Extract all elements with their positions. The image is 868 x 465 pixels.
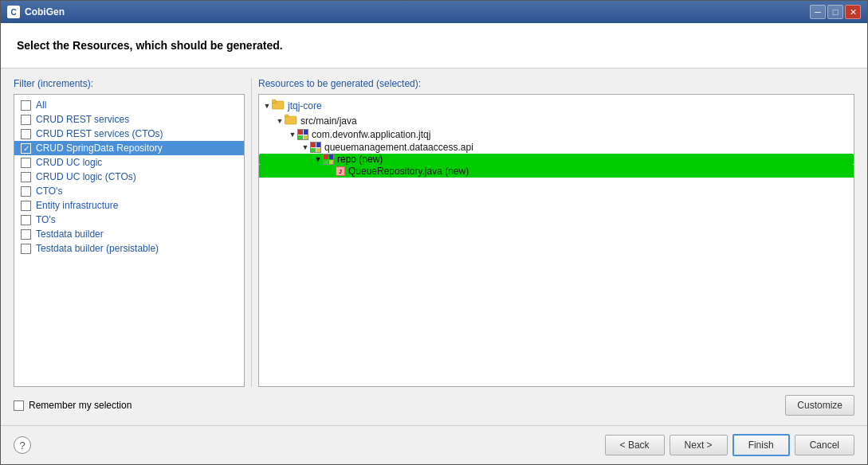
tree-node-com[interactable]: ▼ com.devonfw.application.jtqj bbox=[259, 128, 854, 141]
checkbox-testdata[interactable] bbox=[21, 229, 31, 240]
svg-rect-4 bbox=[285, 115, 289, 117]
filter-item-all[interactable]: All bbox=[14, 98, 244, 112]
filter-label-crud-uc-ctos: CRUD UC logic (CTOs) bbox=[36, 171, 136, 182]
tree-node-src[interactable]: ▼ src/main/java bbox=[259, 113, 854, 128]
filter-label: Filter (increments): bbox=[14, 78, 245, 89]
folder-icon-jtqj bbox=[272, 99, 285, 112]
java-icon-queue-repo: J bbox=[336, 166, 345, 176]
footer-buttons: ? < Back Next > Finish Cancel bbox=[1, 425, 867, 464]
expand-arrow-repo: ▼ bbox=[313, 155, 323, 163]
checkbox-crud-rest[interactable] bbox=[21, 115, 31, 125]
window-controls: ─ □ ✕ bbox=[810, 5, 861, 19]
filter-label-crud-uc: CRUD UC logic bbox=[36, 157, 102, 168]
panel-divider bbox=[251, 78, 252, 387]
checkbox-crud-rest-ctos[interactable] bbox=[21, 129, 31, 139]
tree-node-queue-repo[interactable]: ▶ J QueueRepository.java (new) bbox=[259, 165, 854, 178]
checkbox-tos[interactable] bbox=[21, 215, 31, 225]
tree-label-com: com.devonfw.application.jtqj bbox=[312, 129, 430, 140]
remember-label: Remember my selection bbox=[29, 400, 132, 411]
filter-item-crud-spring[interactable]: ✓ CRUD SpringData Repository bbox=[14, 141, 244, 155]
main-content: Filter (increments): All CRUD REST servi… bbox=[1, 68, 867, 425]
checkbox-testdata-persist[interactable] bbox=[21, 244, 31, 254]
finish-button[interactable]: Finish bbox=[732, 434, 790, 456]
cancel-button[interactable]: Cancel bbox=[795, 435, 854, 455]
filter-label-testdata: Testdata builder bbox=[36, 229, 104, 240]
svg-rect-3 bbox=[285, 116, 297, 124]
remember-checkbox[interactable] bbox=[14, 401, 24, 411]
tree-label-repo: repo (new) bbox=[337, 154, 383, 165]
tree-label-queue: queuemanagement.dataaccess.api bbox=[324, 142, 473, 153]
filter-item-crud-uc-ctos[interactable]: CRUD UC logic (CTOs) bbox=[14, 170, 244, 184]
right-panel: Resources to be generated (selected): ▼ bbox=[258, 78, 854, 387]
footer-left: ? bbox=[14, 436, 31, 454]
tree-label-src: src/main/java bbox=[300, 115, 357, 127]
pkg-icon-com bbox=[297, 129, 308, 140]
tree-node-jtqj-core[interactable]: ▼ jtqj-core bbox=[259, 98, 854, 113]
filter-label-tos: TO's bbox=[36, 214, 56, 225]
svg-rect-2 bbox=[272, 100, 276, 102]
expand-arrow-com: ▼ bbox=[288, 131, 297, 139]
tree-node-queue[interactable]: ▼ queuemanagement.dataaccess.api bbox=[259, 141, 854, 154]
next-button[interactable]: Next > bbox=[670, 435, 728, 455]
filter-item-ctos[interactable]: CTO's bbox=[14, 184, 244, 198]
resources-label: Resources to be generated (selected): bbox=[258, 78, 854, 89]
expand-arrow-queue: ▼ bbox=[300, 143, 310, 151]
filter-label-crud-rest: CRUD REST services bbox=[36, 114, 129, 125]
back-button[interactable]: < Back bbox=[605, 435, 665, 455]
filter-item-testdata-persist[interactable]: Testdata builder (persistable) bbox=[14, 241, 244, 256]
pkg-icon-repo bbox=[323, 154, 334, 165]
header-section: Select the Resources, which should be ge… bbox=[1, 23, 867, 68]
footer-right: < Back Next > Finish Cancel bbox=[605, 434, 854, 456]
filter-label-all: All bbox=[36, 100, 46, 111]
filter-item-crud-rest-ctos[interactable]: CRUD REST services (CTOs) bbox=[14, 127, 244, 141]
tree-node-repo[interactable]: ▼ repo (new) bbox=[259, 154, 854, 165]
expand-arrow-jtqj-core: ▼ bbox=[262, 102, 272, 110]
checkbox-ctos[interactable] bbox=[21, 186, 31, 197]
filter-label-crud-rest-ctos: CRUD REST services (CTOs) bbox=[36, 128, 163, 139]
filter-label-entity-infra: Entity infrastructure bbox=[36, 200, 118, 211]
help-button[interactable]: ? bbox=[14, 436, 31, 454]
filter-label-ctos: CTO's bbox=[36, 186, 62, 197]
checkbox-entity-infra[interactable] bbox=[21, 201, 31, 211]
tree-label-jtqj-core: jtqj-core bbox=[288, 100, 322, 111]
title-bar: C CobiGen ─ □ ✕ bbox=[1, 1, 867, 23]
filter-label-testdata-persist: Testdata builder (persistable) bbox=[36, 243, 159, 254]
remember-selection-row: Remember my selection bbox=[14, 400, 132, 411]
folder-icon-src bbox=[285, 114, 297, 127]
page-title: Select the Resources, which should be ge… bbox=[17, 39, 851, 52]
filter-item-crud-rest[interactable]: CRUD REST services bbox=[14, 112, 244, 127]
pkg-icon-queue bbox=[310, 142, 321, 153]
panels-row: Filter (increments): All CRUD REST servi… bbox=[14, 78, 854, 387]
filter-item-tos[interactable]: TO's bbox=[14, 213, 244, 227]
maximize-button[interactable]: □ bbox=[827, 5, 843, 19]
minimize-button[interactable]: ─ bbox=[810, 5, 826, 19]
filter-list: All CRUD REST services CRUD REST service… bbox=[14, 94, 245, 387]
filter-item-entity-infra[interactable]: Entity infrastructure bbox=[14, 198, 244, 213]
close-button[interactable]: ✕ bbox=[845, 5, 861, 19]
filter-item-crud-uc[interactable]: CRUD UC logic bbox=[14, 155, 244, 170]
left-panel: Filter (increments): All CRUD REST servi… bbox=[14, 78, 245, 387]
main-window: C CobiGen ─ □ ✕ Select the Resources, wh… bbox=[0, 0, 868, 465]
resource-tree: ▼ jtqj-core ▼ bbox=[258, 94, 854, 387]
filter-item-testdata[interactable]: Testdata builder bbox=[14, 227, 244, 241]
checkbox-crud-uc[interactable] bbox=[21, 158, 31, 168]
window-title: CobiGen bbox=[25, 6, 810, 18]
checkbox-crud-uc-ctos[interactable] bbox=[21, 172, 31, 182]
tree-label-queue-repo: QueueRepository.java (new) bbox=[348, 166, 469, 177]
checkbox-crud-spring[interactable]: ✓ bbox=[21, 143, 31, 154]
app-icon: C bbox=[7, 6, 20, 18]
checkbox-all[interactable] bbox=[21, 100, 31, 111]
filter-label-crud-spring: CRUD SpringData Repository bbox=[36, 143, 163, 154]
customize-button[interactable]: Customize bbox=[785, 395, 854, 416]
expand-arrow-src: ▼ bbox=[275, 117, 285, 125]
